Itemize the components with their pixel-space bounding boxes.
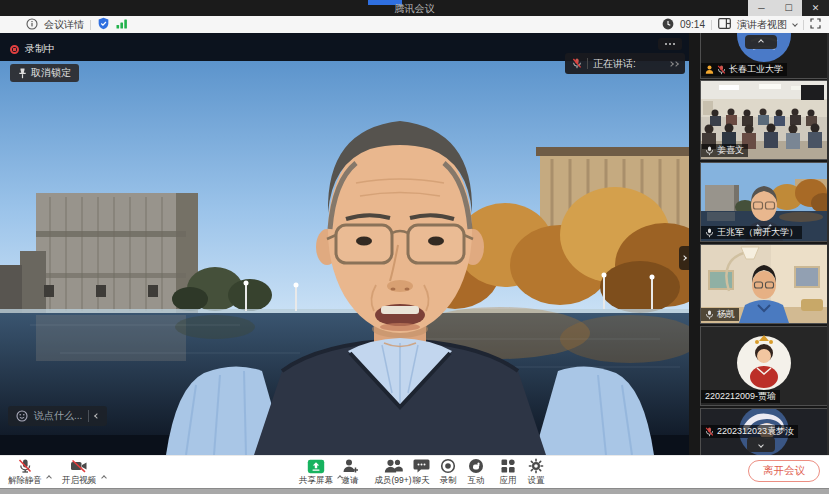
virtual-background-campus — [0, 33, 689, 455]
chat-icon — [413, 458, 430, 474]
participant-tile[interactable]: 王兆军（南开大学） — [700, 162, 828, 242]
unpin-button[interactable]: 取消锁定 — [10, 64, 79, 82]
title-bar: 腾讯会议 ─ ☐ ✕ — [0, 0, 829, 16]
main-video[interactable]: 录制中 取消锁定 正在讲话: 说点什么... — [0, 33, 689, 455]
mic-on-icon — [705, 146, 714, 156]
collapse-up-button[interactable] — [745, 35, 777, 49]
bottom-edge-strip — [0, 488, 829, 494]
members-icon — [384, 458, 403, 474]
participant-tile[interactable]: 2202212009-贾瑜 — [700, 326, 828, 406]
meeting-timer: 09:14 — [680, 19, 705, 30]
participant-tile[interactable]: 长春工业大学 — [700, 33, 828, 79]
participant-name-label: 王兆军（南开大学） — [701, 226, 802, 239]
more-options-icon[interactable] — [658, 38, 682, 50]
start-video-button[interactable]: 开启视频 — [56, 458, 102, 487]
settings-icon — [528, 458, 544, 474]
participant-name-label: 杨凯 — [701, 308, 739, 321]
invite-icon — [342, 458, 359, 474]
meeting-info-bar: 会议详情 09:14 演讲者视图 — [0, 16, 829, 33]
mic-muted-icon — [717, 65, 726, 75]
maximize-button[interactable]: ☐ — [775, 0, 802, 16]
participant-name-label: 姜喜文 — [701, 144, 748, 157]
close-button[interactable]: ✕ — [802, 0, 829, 16]
clock-icon — [662, 18, 674, 32]
next-page-arrow[interactable] — [679, 246, 689, 270]
hand-raised-icon — [705, 65, 714, 74]
mic-muted-icon — [572, 58, 582, 69]
double-chevron-icon — [669, 62, 678, 66]
chat-input[interactable]: 说点什么... — [8, 406, 107, 426]
view-layout-icon — [718, 18, 731, 31]
window-controls: ─ ☐ ✕ — [748, 0, 829, 16]
chevron-down-icon[interactable] — [792, 21, 798, 27]
chat-placeholder: 说点什么... — [34, 409, 82, 423]
minimize-button[interactable]: ─ — [748, 0, 775, 16]
participant-tile[interactable]: 杨凯 — [700, 244, 828, 324]
interact-icon — [468, 458, 484, 474]
collapse-down-button[interactable] — [747, 437, 775, 452]
speaking-indicator: 正在讲话: — [565, 53, 685, 74]
info-icon — [26, 18, 38, 32]
fullscreen-icon[interactable] — [810, 18, 821, 31]
settings-button[interactable]: 设置 — [517, 458, 555, 487]
window-title: 腾讯会议 — [0, 2, 829, 16]
unmute-button[interactable]: 解除静音 — [2, 458, 48, 487]
camera-off-icon — [70, 458, 88, 474]
meeting-details-link[interactable]: 会议详情 — [44, 18, 84, 32]
mic-options-chevron[interactable] — [47, 466, 51, 484]
mic-on-icon — [705, 310, 714, 320]
pin-icon — [18, 68, 27, 79]
collapse-left-icon[interactable] — [95, 413, 101, 419]
shield-icon[interactable] — [97, 17, 110, 32]
mic-muted-icon — [705, 427, 714, 437]
share-screen-icon — [307, 458, 325, 474]
invite-button[interactable]: 邀请 — [331, 458, 369, 487]
view-mode-selector[interactable]: 演讲者视图 — [737, 18, 787, 32]
video-options-chevron[interactable] — [102, 466, 106, 484]
mic-on-icon — [705, 228, 714, 238]
tencent-meeting-window: 腾讯会议 ─ ☐ ✕ 会议详情 09:14 演讲者视图 — [0, 0, 829, 494]
participant-name-label: 长春工业大学 — [701, 63, 787, 76]
leave-meeting-button[interactable]: 离开会议 — [748, 460, 820, 482]
bottom-toolbar: 解除静音 开启视频 共享屏幕 邀请 成员(99+) 聊天 录制 — [0, 455, 829, 487]
recording-indicator: 录制中 — [10, 42, 55, 56]
record-icon — [440, 458, 456, 474]
smiley-icon — [16, 410, 28, 422]
apps-icon — [500, 458, 516, 474]
mic-muted-icon — [17, 458, 33, 474]
record-dot-icon — [10, 45, 19, 54]
participants-sidebar: 长春工业大学 姜喜文 — [689, 33, 829, 455]
participant-tile[interactable]: 姜喜文 — [700, 80, 828, 160]
signal-icon[interactable] — [116, 18, 128, 31]
participant-name-label: 2202212009-贾瑜 — [701, 390, 780, 403]
